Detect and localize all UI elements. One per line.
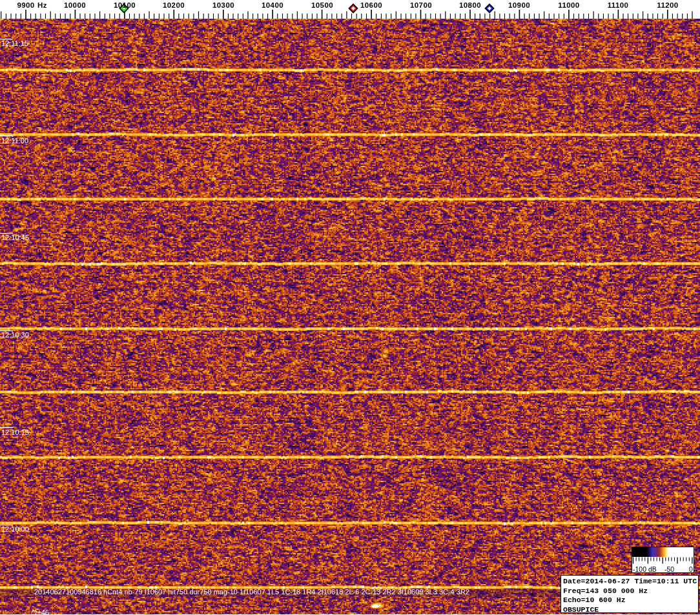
svg-text:0: 0 bbox=[689, 565, 693, 573]
svg-text:11100: 11100 bbox=[608, 1, 629, 9]
svg-text:Echo=10 600 Hz: Echo=10 600 Hz bbox=[563, 596, 626, 604]
svg-text:11200: 11200 bbox=[657, 1, 678, 9]
svg-text:10600: 10600 bbox=[360, 1, 382, 9]
svg-text:10200: 10200 bbox=[163, 1, 185, 9]
svg-text:10800: 10800 bbox=[459, 1, 481, 9]
svg-text:10000: 10000 bbox=[64, 1, 86, 9]
svg-text:10700: 10700 bbox=[410, 1, 432, 9]
svg-text:10100: 10100 bbox=[114, 1, 136, 9]
svg-text:Date=2014-06-27 Time=10:11 UTC: Date=2014-06-27 Time=10:11 UTC bbox=[563, 577, 697, 585]
svg-text:^t+46: ^t+46 bbox=[32, 609, 49, 615]
svg-text:-100 dB: -100 dB bbox=[633, 565, 657, 573]
svg-text:12:11:00: 12:11:00 bbox=[1, 137, 28, 145]
svg-text:OBSUPICE: OBSUPICE bbox=[563, 605, 599, 614]
svg-text:12:10:30: 12:10:30 bbox=[1, 331, 29, 339]
svg-text:20140627100946816 hCnt4 nb-79: 20140627100946816 hCnt4 nb-79 f10607 hit… bbox=[34, 588, 469, 596]
svg-text:9900: 9900 bbox=[17, 1, 34, 9]
svg-text:Hz: Hz bbox=[37, 1, 47, 9]
svg-text:10900: 10900 bbox=[508, 1, 530, 9]
svg-text:-50: -50 bbox=[664, 565, 674, 573]
svg-text:10400: 10400 bbox=[262, 1, 283, 9]
svg-text:10300: 10300 bbox=[212, 1, 234, 9]
svg-text:12:10:15: 12:10:15 bbox=[1, 428, 29, 436]
svg-text:10500: 10500 bbox=[311, 1, 333, 9]
svg-text:12:10:00: 12:10:00 bbox=[1, 525, 29, 533]
svg-text:Freq=143 050 000 Hz: Freq=143 050 000 Hz bbox=[563, 587, 648, 595]
svg-text:11000: 11000 bbox=[558, 1, 579, 9]
svg-text:12:10:45: 12:10:45 bbox=[1, 234, 29, 241]
svg-text:12:11:15: 12:11:15 bbox=[1, 39, 28, 47]
